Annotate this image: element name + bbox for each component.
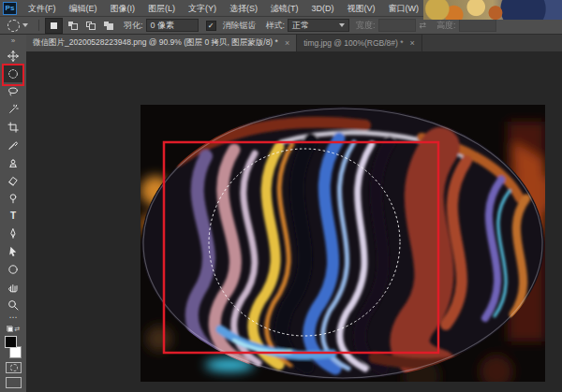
clone-stamp-icon [7, 157, 19, 168]
photoshop-logo-icon: Ps [3, 2, 17, 15]
zoom-tool[interactable] [2, 296, 24, 313]
elliptical-marquee-icon [7, 20, 20, 32]
menu-filter[interactable]: 滤镜(T) [264, 1, 305, 16]
menu-window[interactable]: 窗口(W) [382, 1, 426, 16]
liquify-artwork [140, 105, 545, 382]
close-icon[interactable]: × [285, 39, 289, 48]
menu-edit[interactable]: 编辑(E) [63, 1, 104, 16]
eyedropper-tool[interactable] [2, 136, 24, 153]
swap-colors-control[interactable]: ⇄ [7, 324, 21, 334]
overlay-thumbnail-image [423, 0, 562, 20]
style-value: 正常 [292, 20, 309, 31]
document-image[interactable] [140, 105, 545, 382]
add-selection-icon [68, 22, 78, 30]
crop-icon [7, 122, 19, 133]
feather-label: 羽化: [124, 20, 143, 32]
pen-icon [7, 228, 19, 240]
eraser-tool[interactable] [2, 171, 24, 189]
chevron-down-icon [339, 23, 345, 27]
swap-width-height-icon: ⇄ [420, 21, 427, 30]
move-icon [7, 51, 19, 62]
ellipse-shape-icon [7, 264, 19, 275]
new-selection-mode-button[interactable] [45, 18, 63, 34]
edit-toolbar-button[interactable]: ⋯ [9, 313, 18, 324]
width-input [378, 19, 416, 32]
tab-label: 微信图片_20200528223948.png @ 90.9% (图层 0 拷贝… [33, 37, 278, 49]
tab-label: timg.jpg @ 100%(RGB/8#) * [303, 38, 403, 48]
menu-view[interactable]: 视图(V) [341, 1, 382, 16]
swap-colors-icon: ⇄ [15, 326, 21, 333]
screen-mode-button[interactable] [6, 377, 22, 388]
intersect-selection-mode-button[interactable] [100, 19, 116, 33]
hand-tool[interactable] [2, 278, 24, 296]
hand-icon [7, 282, 19, 293]
eyedropper-icon [7, 139, 19, 151]
foreground-color-swatch[interactable] [5, 336, 17, 348]
height-input [459, 19, 496, 32]
elliptical-marquee-icon [7, 68, 19, 80]
crop-tool[interactable] [2, 118, 24, 136]
tool-preset-picker[interactable] [0, 20, 34, 32]
menu-3d[interactable]: 3D(D) [305, 1, 341, 16]
style-dropdown[interactable]: 正常 [288, 19, 349, 32]
expand-toolbar-button[interactable]: » [11, 35, 15, 47]
lasso-icon [7, 86, 19, 97]
antialias-label: 消除锯齿 [223, 20, 257, 32]
color-swatches[interactable] [5, 336, 22, 358]
tab-weixin-image[interactable]: 微信图片_20200528223948.png @ 90.9% (图层 0 拷贝… [26, 35, 297, 51]
menu-layer[interactable]: 图层(L) [141, 1, 182, 16]
style-label: 样式: [266, 20, 286, 32]
eraser-icon [7, 175, 19, 186]
magic-wand-icon [7, 104, 19, 115]
subtract-selection-mode-button[interactable] [82, 19, 98, 33]
subtract-selection-icon [86, 22, 96, 30]
quick-mask-button[interactable] [6, 362, 22, 373]
clone-stamp-tool[interactable] [2, 153, 24, 171]
divider [38, 20, 39, 31]
new-selection-icon [51, 22, 57, 29]
lasso-tool[interactable] [2, 82, 24, 100]
feather-input[interactable]: 0 像素 [146, 19, 199, 32]
dodge-tool[interactable] [2, 189, 24, 207]
move-tool[interactable] [2, 47, 24, 65]
menu-image[interactable]: 图像(I) [104, 1, 142, 16]
dodge-icon [7, 193, 19, 204]
close-icon[interactable]: × [410, 39, 415, 48]
default-colors-icon [7, 326, 13, 332]
document-tab-bar: 微信图片_20200528223948.png @ 90.9% (图层 0 拷贝… [26, 35, 562, 51]
tab-timg-jpg[interactable]: timg.jpg @ 100%(RGB/8#) * × [297, 35, 422, 51]
magic-wand-tool[interactable] [2, 100, 24, 118]
add-selection-mode-button[interactable] [65, 19, 81, 33]
pen-tool[interactable] [2, 225, 24, 242]
elliptical-marquee-tool[interactable] [2, 65, 24, 82]
menu-file[interactable]: 文件(F) [22, 1, 63, 16]
path-selection-tool[interactable] [2, 242, 24, 260]
shape-tool[interactable] [2, 260, 24, 278]
width-label: 宽度: [356, 20, 376, 32]
antialias-checkbox[interactable]: ✓ [206, 21, 216, 31]
intersect-selection-icon [104, 22, 113, 30]
chevron-down-icon [22, 23, 28, 27]
type-icon: T [10, 211, 16, 221]
type-tool[interactable]: T [2, 207, 24, 225]
menu-type[interactable]: 文字(Y) [182, 1, 223, 16]
canvas-workspace[interactable] [26, 51, 562, 392]
selection-arrow-icon [7, 246, 19, 257]
magnifier-icon [7, 299, 19, 311]
height-label: 高度: [436, 20, 456, 32]
menu-select[interactable]: 选择(S) [223, 1, 264, 16]
tools-panel: » T ⋯ ⇄ [0, 35, 26, 392]
